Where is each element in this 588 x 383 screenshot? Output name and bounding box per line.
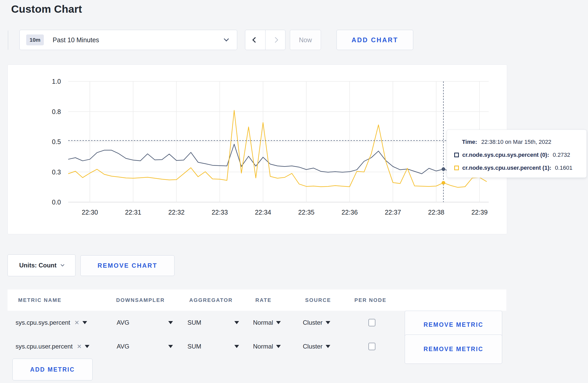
source-dropdown-icon[interactable] xyxy=(326,345,330,348)
aggregator-select[interactable]: SUM xyxy=(187,343,201,350)
chart-hover-tooltip: Time: 22:38:10 on Mar 15th, 2022 cr.node… xyxy=(447,130,587,178)
table-row: sys.cpu.sys.percent ✕ AVG SUM Normal Clu… xyxy=(8,311,506,335)
aggregator-dropdown-icon[interactable] xyxy=(234,321,239,324)
metrics-table-header: METRIC NAME DOWNSAMPLER AGGREGATOR RATE … xyxy=(8,289,506,311)
clear-metric-icon[interactable]: ✕ xyxy=(77,343,82,350)
add-chart-button[interactable]: ADD CHART xyxy=(337,30,413,50)
previous-time-button[interactable] xyxy=(245,30,265,50)
x-axis-tick-label: 22:33 xyxy=(212,209,228,216)
x-axis-tick-label: 22:39 xyxy=(471,209,488,216)
rate-select[interactable]: Normal xyxy=(253,343,273,350)
x-axis-tick-label: 22:38 xyxy=(428,209,444,216)
y-axis-tick-label: 0.5 xyxy=(52,138,61,145)
units-dropdown[interactable]: Units: Count xyxy=(8,254,75,276)
column-header-rate: RATE xyxy=(255,297,272,303)
tooltip-time-label: Time: xyxy=(462,139,477,145)
units-label: Units: Count xyxy=(19,262,57,269)
hover-point-dot xyxy=(442,167,445,171)
remove-metric-button[interactable]: REMOVE METRIC xyxy=(405,335,502,364)
metric-name-value: sys.cpu.sys.percent xyxy=(16,319,70,326)
series-line xyxy=(68,110,487,187)
series-user-swatch-icon xyxy=(454,166,459,170)
source-select[interactable]: Cluster xyxy=(303,319,323,326)
column-header-downsampler: DOWNSAMPLER xyxy=(116,297,165,303)
series-line xyxy=(68,144,487,174)
next-time-button[interactable] xyxy=(265,30,285,50)
chevron-down-icon xyxy=(224,36,229,41)
tooltip-series-label: cr.node.sys.cpu.user.percent (1): xyxy=(462,165,551,171)
x-axis-tick-label: 22:34 xyxy=(255,209,271,216)
chevron-down-icon xyxy=(61,263,64,266)
metric-name-value: sys.cpu.user.percent xyxy=(16,343,73,350)
tooltip-series-value: 0.1601 xyxy=(555,165,572,171)
clear-metric-icon[interactable]: ✕ xyxy=(74,319,79,326)
downsampler-select[interactable]: AVG xyxy=(117,343,129,350)
remove-chart-button[interactable]: REMOVE CHART xyxy=(80,255,174,276)
source-dropdown-icon[interactable] xyxy=(326,321,330,324)
series-sys-swatch-icon xyxy=(454,153,459,157)
time-range-badge: 10m xyxy=(26,34,44,45)
rate-dropdown-icon[interactable] xyxy=(276,345,281,348)
table-row: sys.cpu.user.percent ✕ AVG SUM Normal Cl… xyxy=(8,335,506,358)
y-axis-tick-label: 0.3 xyxy=(52,168,61,176)
x-axis-tick-label: 22:32 xyxy=(168,209,185,216)
chevron-left-icon xyxy=(252,37,258,43)
aggregator-select[interactable]: SUM xyxy=(187,319,201,326)
chevron-right-icon xyxy=(272,37,278,43)
downsampler-dropdown-icon[interactable] xyxy=(168,321,173,324)
y-axis-tick-label: 1.0 xyxy=(52,78,61,85)
x-axis-tick-label: 22:30 xyxy=(82,209,98,216)
source-select[interactable]: Cluster xyxy=(303,343,323,350)
hover-point-dot xyxy=(442,181,445,185)
tooltip-series-value: 0.2732 xyxy=(553,152,570,158)
column-header-metric-name: METRIC NAME xyxy=(18,297,62,303)
x-axis-tick-label: 22:31 xyxy=(125,209,141,216)
add-metric-button[interactable]: ADD METRIC xyxy=(12,359,93,380)
time-range-label: Past 10 Minutes xyxy=(53,36,99,44)
y-axis-tick-label: 0.8 xyxy=(52,108,61,115)
x-axis-tick-label: 22:36 xyxy=(341,209,358,216)
column-header-aggregator: AGGREGATOR xyxy=(189,297,233,303)
chart-card: 0.00.30.50.81.022:3022:3122:3222:3322:34… xyxy=(8,65,507,234)
page-title: Custom Chart xyxy=(11,3,82,15)
y-axis-tick-label: 0.0 xyxy=(52,198,61,206)
downsampler-dropdown-icon[interactable] xyxy=(168,345,173,348)
tooltip-series-label: cr.node.sys.cpu.sys.percent (0): xyxy=(462,152,549,158)
time-step-buttons xyxy=(245,30,285,50)
metric-dropdown-icon[interactable] xyxy=(82,321,87,324)
column-header-per-node: PER NODE xyxy=(354,297,387,303)
tooltip-time-value: 22:38:10 on Mar 15th, 2022 xyxy=(481,139,551,145)
column-header-source: SOURCE xyxy=(305,297,331,303)
metric-dropdown-icon[interactable] xyxy=(85,345,89,348)
rate-select[interactable]: Normal xyxy=(253,319,273,326)
toolbar-divider xyxy=(8,31,8,50)
time-range-dropdown[interactable]: 10m Past 10 Minutes xyxy=(19,30,237,50)
downsampler-select[interactable]: AVG xyxy=(117,319,129,326)
per-node-checkbox[interactable] xyxy=(368,343,375,350)
aggregator-dropdown-icon[interactable] xyxy=(234,345,239,348)
x-axis-tick-label: 22:35 xyxy=(298,209,314,216)
timeseries-chart[interactable]: 0.00.30.50.81.022:3022:3122:3222:3322:34… xyxy=(8,65,507,234)
rate-dropdown-icon[interactable] xyxy=(276,321,281,324)
per-node-checkbox[interactable] xyxy=(368,319,375,327)
x-axis-tick-label: 22:37 xyxy=(385,209,401,216)
now-button[interactable]: Now xyxy=(290,30,321,50)
